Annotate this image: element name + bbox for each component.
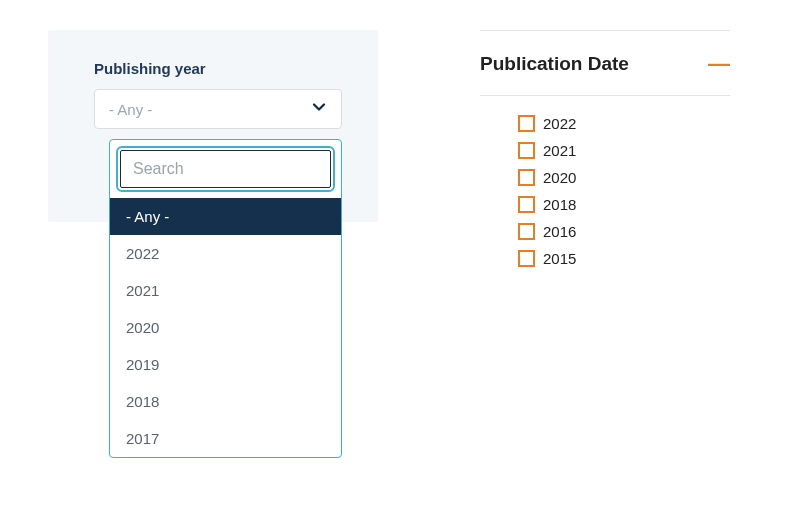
checkbox[interactable] [518,223,535,240]
dropdown-option[interactable]: 2020 [110,309,341,346]
dropdown-option[interactable]: - Any - [110,198,341,235]
checkbox-item[interactable]: 2018 [518,191,730,218]
checkbox[interactable] [518,142,535,159]
publishing-year-filter: Publishing year - Any - - Any -202220212… [48,30,378,458]
checkbox-label: 2020 [543,169,576,186]
dropdown-option[interactable]: 2017 [110,420,341,457]
checkbox[interactable] [518,115,535,132]
panel-content: Publishing year - Any - - Any -202220212… [48,30,378,458]
checkbox-list: 202220212020201820162015 [480,96,730,272]
field-label: Publishing year [94,60,342,77]
publishing-year-dropdown: - Any -202220212020201920182017 [109,139,342,458]
checkbox-label: 2016 [543,223,576,240]
minus-icon: — [708,51,730,77]
publication-date-facet: Publication Date — 202220212020201820162… [480,30,730,272]
checkbox[interactable] [518,250,535,267]
checkbox-label: 2018 [543,196,576,213]
search-wrap [110,150,341,198]
checkbox-item[interactable]: 2020 [518,164,730,191]
dropdown-option[interactable]: 2021 [110,272,341,309]
checkbox-label: 2021 [543,142,576,159]
chevron-down-icon [311,99,327,119]
dropdown-option[interactable]: 2022 [110,235,341,272]
publishing-year-select[interactable]: - Any - [94,89,342,129]
checkbox[interactable] [518,196,535,213]
checkbox-item[interactable]: 2022 [518,110,730,137]
dropdown-option[interactable]: 2019 [110,346,341,383]
checkbox-item[interactable]: 2021 [518,137,730,164]
checkbox-label: 2022 [543,115,576,132]
option-list: - Any -202220212020201920182017 [110,198,341,457]
checkbox-label: 2015 [543,250,576,267]
select-value: - Any - [109,101,152,118]
dropdown-search-input[interactable] [120,150,331,188]
checkbox[interactable] [518,169,535,186]
dropdown-option[interactable]: 2018 [110,383,341,420]
facet-toggle[interactable]: Publication Date — [480,31,730,95]
checkbox-item[interactable]: 2016 [518,218,730,245]
checkbox-item[interactable]: 2015 [518,245,730,272]
facet-title: Publication Date [480,53,629,75]
